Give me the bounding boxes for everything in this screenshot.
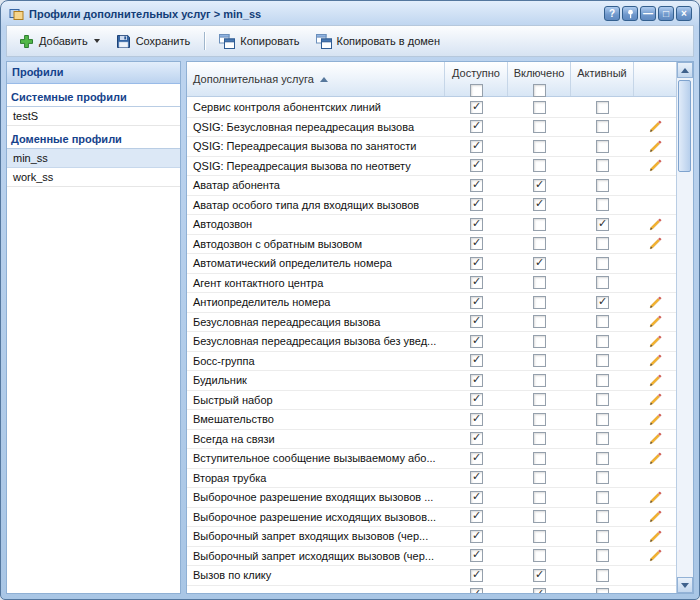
available-checkbox[interactable] [470, 315, 483, 328]
enabled-checkbox[interactable] [533, 315, 546, 328]
active-checkbox[interactable] [596, 471, 609, 484]
table-row[interactable]: QSIG: Переадресация вызова по неответу [187, 157, 676, 177]
table-row[interactable]: Сервис контроля абонентских линий [187, 98, 676, 118]
available-checkbox[interactable] [470, 549, 483, 562]
enabled-checkbox[interactable] [533, 218, 546, 231]
table-row[interactable]: Автодозвон [187, 215, 676, 235]
enabled-checkbox[interactable] [533, 393, 546, 406]
scroll-up-button[interactable] [677, 62, 693, 78]
column-header-available[interactable]: Доступно [445, 62, 508, 96]
active-checkbox[interactable] [596, 569, 609, 582]
active-checkbox[interactable] [596, 354, 609, 367]
pin-button[interactable] [622, 6, 638, 21]
active-checkbox[interactable] [596, 296, 609, 309]
enabled-header-checkbox[interactable] [533, 84, 546, 97]
edit-pencil-icon[interactable] [649, 413, 662, 426]
scroll-down-button[interactable] [677, 577, 693, 593]
enabled-checkbox[interactable] [533, 588, 546, 593]
available-checkbox[interactable] [470, 120, 483, 133]
vertical-scrollbar[interactable] [676, 62, 693, 593]
edit-pencil-icon[interactable] [649, 296, 662, 309]
enabled-checkbox[interactable] [533, 549, 546, 562]
enabled-checkbox[interactable] [533, 276, 546, 289]
enabled-checkbox[interactable] [533, 530, 546, 543]
table-row[interactable]: Выборочный запрет входящих вызовов (чер.… [187, 527, 676, 547]
active-checkbox[interactable] [596, 413, 609, 426]
available-checkbox[interactable] [470, 179, 483, 192]
active-checkbox[interactable] [596, 315, 609, 328]
table-row[interactable]: Аватар особого типа для входящих вызовов [187, 196, 676, 216]
available-checkbox[interactable] [470, 452, 483, 465]
copy-to-domain-button[interactable]: Копировать в домен [309, 31, 447, 52]
save-button[interactable]: Сохранить [109, 31, 198, 52]
available-checkbox[interactable] [470, 588, 483, 593]
available-checkbox[interactable] [470, 159, 483, 172]
table-row[interactable]: Автоматический определитель номера [187, 254, 676, 274]
active-checkbox[interactable] [596, 120, 609, 133]
available-header-checkbox[interactable] [470, 84, 483, 97]
table-row[interactable]: Вступительное сообщение вызываемому або.… [187, 449, 676, 469]
table-row[interactable]: Агент контактного центра [187, 274, 676, 294]
edit-pencil-icon[interactable] [649, 432, 662, 445]
active-checkbox[interactable] [596, 101, 609, 114]
available-checkbox[interactable] [470, 530, 483, 543]
minimize-button[interactable]: — [640, 6, 656, 21]
active-checkbox[interactable] [596, 510, 609, 523]
table-row[interactable]: QSIG: Переадресация вызова по занятости [187, 137, 676, 157]
scrollbar-thumb[interactable] [678, 80, 691, 172]
active-checkbox[interactable] [596, 452, 609, 465]
sidebar-item-work_ss[interactable]: work_ss [7, 168, 180, 187]
active-checkbox[interactable] [596, 276, 609, 289]
column-header-service[interactable]: Дополнительная услуга [187, 62, 445, 96]
help-button[interactable]: ? [604, 6, 620, 21]
available-checkbox[interactable] [470, 218, 483, 231]
enabled-checkbox[interactable] [533, 335, 546, 348]
edit-pencil-icon[interactable] [649, 120, 662, 133]
enabled-checkbox[interactable] [533, 413, 546, 426]
edit-pencil-icon[interactable] [649, 393, 662, 406]
enabled-checkbox[interactable] [533, 179, 546, 192]
active-checkbox[interactable] [596, 140, 609, 153]
active-checkbox[interactable] [596, 432, 609, 445]
enabled-checkbox[interactable] [533, 120, 546, 133]
edit-pencil-icon[interactable] [649, 140, 662, 153]
enabled-checkbox[interactable] [533, 569, 546, 582]
available-checkbox[interactable] [470, 140, 483, 153]
available-checkbox[interactable] [470, 491, 483, 504]
table-row[interactable] [187, 586, 676, 594]
table-row[interactable]: Будильник [187, 371, 676, 391]
sidebar-item-testS[interactable]: testS [7, 107, 180, 126]
table-row[interactable]: Вмешательство [187, 410, 676, 430]
active-checkbox[interactable] [596, 530, 609, 543]
available-checkbox[interactable] [470, 569, 483, 582]
edit-pencil-icon[interactable] [649, 549, 662, 562]
table-row[interactable]: Безусловная переадресация вызова [187, 313, 676, 333]
table-row[interactable]: Вызов по клику [187, 566, 676, 586]
edit-pencil-icon[interactable] [649, 159, 662, 172]
column-header-enabled[interactable]: Включено [508, 62, 571, 96]
enabled-checkbox[interactable] [533, 296, 546, 309]
copy-button[interactable]: Копировать [212, 31, 306, 52]
available-checkbox[interactable] [470, 510, 483, 523]
active-checkbox[interactable] [596, 179, 609, 192]
available-checkbox[interactable] [470, 374, 483, 387]
enabled-checkbox[interactable] [533, 159, 546, 172]
edit-pencil-icon[interactable] [649, 354, 662, 367]
edit-pencil-icon[interactable] [649, 491, 662, 504]
edit-pencil-icon[interactable] [649, 530, 662, 543]
active-checkbox[interactable] [596, 198, 609, 211]
active-checkbox[interactable] [596, 237, 609, 250]
active-checkbox[interactable] [596, 491, 609, 504]
table-row[interactable]: Всегда на связи [187, 430, 676, 450]
edit-pencil-icon[interactable] [649, 315, 662, 328]
enabled-checkbox[interactable] [533, 510, 546, 523]
table-row[interactable]: Босс-группа [187, 352, 676, 372]
edit-pencil-icon[interactable] [649, 237, 662, 250]
table-row[interactable]: QSIG: Безусловная переадресация вызова [187, 118, 676, 138]
active-checkbox[interactable] [596, 374, 609, 387]
enabled-checkbox[interactable] [533, 257, 546, 270]
active-checkbox[interactable] [596, 588, 609, 593]
available-checkbox[interactable] [470, 296, 483, 309]
active-checkbox[interactable] [596, 159, 609, 172]
enabled-checkbox[interactable] [533, 432, 546, 445]
